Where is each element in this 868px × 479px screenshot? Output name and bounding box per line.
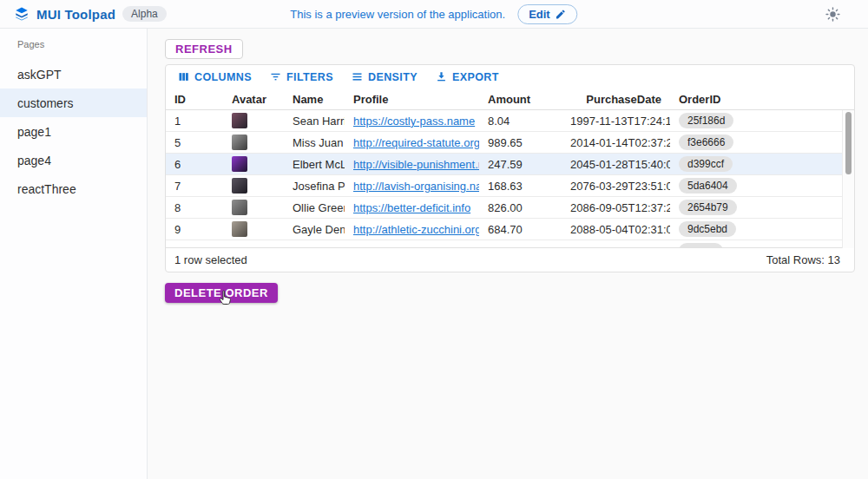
sidebar-item-page4[interactable]: page4 (0, 146, 147, 174)
order-id-chip: 9dc5ebd (679, 221, 736, 237)
column-header-purchasedate[interactable]: PurchaseDate (562, 93, 670, 106)
cell-name: Ollie Green... (284, 201, 345, 214)
cell-id: 8 (166, 201, 223, 214)
table-row-selected[interactable]: 6 Elbert McL... http://visible-punishmen… (166, 154, 842, 175)
pencil-icon (556, 9, 567, 20)
column-header-orderid[interactable]: OrderID (670, 93, 854, 106)
table-row[interactable]: 1 Sean Harris https://costly-pass.name 8… (166, 110, 842, 132)
order-id-chip: f3e6666 (679, 135, 733, 150)
avatar (232, 200, 247, 215)
selection-status: 1 row selected (174, 253, 247, 266)
cell-purchasedate: 2045-01-28T15:40:06.325Z (562, 158, 670, 171)
edit-button[interactable]: Edit (517, 4, 578, 24)
avatar (232, 178, 247, 194)
app-bar: MUI Toolpad Alpha This is a preview vers… (0, 0, 868, 29)
brand: MUI Toolpad Alpha (14, 6, 167, 22)
cell-amount: 684.70 (479, 223, 562, 236)
cell-id: 5 (166, 136, 223, 149)
cell-id: 1 (166, 115, 223, 128)
cell-purchasedate: 2086-09-05T12:37:27.015Z (562, 201, 670, 214)
cell-id: 7 (166, 180, 223, 193)
profile-link[interactable]: http://lavish-organising.name (353, 180, 479, 193)
columns-button[interactable]: COLUMNS (173, 68, 256, 86)
avatar (232, 156, 247, 172)
density-button[interactable]: DENSITY (346, 68, 422, 86)
columns-button-label: COLUMNS (194, 71, 252, 83)
sidebar-nav: askGPT customers page1 page4 reactThree (0, 60, 147, 203)
cell-amount: 826.00 (479, 201, 562, 214)
profile-link[interactable]: https://better-deficit.info (353, 201, 470, 214)
export-download-icon (435, 70, 448, 83)
cell-id: 9 (166, 223, 223, 236)
cell-purchasedate: 2076-03-29T23:51:07.968Z (562, 180, 670, 193)
scrollbar-thumb[interactable] (845, 112, 852, 174)
total-rows: Total Rows: 13 (766, 253, 840, 266)
sidebar: Pages askGPT customers page1 page4 react… (0, 29, 148, 479)
sidebar-item-page1[interactable]: page1 (0, 117, 147, 146)
grid-toolbar: COLUMNS FILTERS DE (166, 65, 854, 89)
filters-button-label: FILTERS (286, 71, 333, 83)
order-id-chip-partial (679, 243, 723, 247)
view-column-icon (177, 70, 190, 83)
cell-name: Sean Harris (284, 115, 345, 128)
refresh-button[interactable]: REFRESH (165, 39, 243, 59)
order-id-chip: d399ccf (679, 156, 733, 172)
export-button-label: EXPORT (452, 71, 499, 83)
grid-rows: 1 Sean Harris https://costly-pass.name 8… (166, 110, 842, 247)
edit-button-label: Edit (529, 8, 550, 21)
profile-link[interactable]: http://visible-punishment.net (353, 158, 479, 171)
density-icon (351, 70, 364, 83)
density-button-label: DENSITY (368, 71, 418, 83)
cell-amount: 8.04 (479, 115, 562, 128)
table-row-partial[interactable] (166, 240, 842, 247)
avatar (232, 113, 247, 128)
cell-name: Gayle Den... (284, 223, 345, 236)
sidebar-section-label: Pages (0, 39, 147, 60)
filters-button[interactable]: FILTERS (265, 68, 338, 86)
grid-vertical-scrollbar[interactable] (842, 110, 854, 248)
cell-amount: 247.59 (479, 158, 562, 171)
cell-purchasedate: 1997-11-13T17:24:11.769Z (562, 115, 670, 128)
order-id-chip: 5da6404 (679, 178, 737, 194)
profile-link[interactable]: https://costly-pass.name (353, 115, 475, 128)
cell-purchasedate: 2088-05-04T02:31:03.294Z (562, 223, 670, 236)
avatar (232, 135, 247, 150)
cell-name: Miss Juan ... (284, 136, 345, 149)
column-header-name[interactable]: Name (284, 93, 345, 106)
filter-icon (269, 70, 282, 83)
export-button[interactable]: EXPORT (431, 68, 503, 86)
order-id-chip: 2654b79 (679, 200, 737, 215)
avatar (232, 221, 247, 237)
data-grid: COLUMNS FILTERS DE (165, 64, 855, 272)
grid-footer: 1 row selected Total Rows: 13 (166, 247, 854, 272)
cell-purchasedate: 2014-01-14T02:37:28.536Z (562, 136, 670, 149)
sidebar-item-askgpt[interactable]: askGPT (0, 60, 147, 89)
table-row[interactable]: 8 Ollie Green... https://better-deficit.… (166, 197, 842, 219)
alpha-badge: Alpha (122, 6, 167, 22)
column-header-amount[interactable]: Amount (479, 93, 562, 106)
table-row[interactable]: 9 Gayle Den... http://athletic-zucchini.… (166, 219, 842, 240)
table-row[interactable]: 7 Josefina P... http://lavish-organising… (166, 175, 842, 197)
column-header-id[interactable]: ID (166, 93, 223, 106)
sidebar-item-customers[interactable]: customers (0, 89, 147, 117)
cell-name: Elbert McL... (284, 158, 345, 171)
profile-link[interactable]: http://required-statute.org (353, 136, 479, 149)
theme-toggle-button[interactable] (822, 3, 844, 25)
cell-amount: 989.65 (479, 136, 562, 149)
column-header-avatar[interactable]: Avatar (223, 93, 284, 106)
order-id-chip: 25f186d (679, 113, 733, 128)
cell-id: 6 (166, 158, 223, 171)
sun-icon (825, 7, 840, 22)
table-row[interactable]: 5 Miss Juan ... http://required-statute.… (166, 132, 842, 154)
sidebar-item-reactthree[interactable]: reactThree (0, 174, 147, 203)
delete-order-button[interactable]: DELETE ORDER (165, 283, 278, 303)
toolpad-logo-icon (14, 6, 30, 22)
cell-name: Josefina P... (284, 180, 345, 193)
cell-amount: 168.63 (479, 180, 562, 193)
preview-banner-text: This is a preview version of the applica… (290, 8, 505, 21)
app-title: MUI Toolpad (36, 7, 115, 22)
profile-link[interactable]: http://athletic-zucchini.org (353, 223, 479, 236)
column-header-profile[interactable]: Profile (345, 93, 479, 106)
grid-header-row: ID Avatar Name Profile Amount PurchaseDa… (166, 89, 854, 110)
main-content: REFRESH COLUMNS (148, 29, 868, 479)
